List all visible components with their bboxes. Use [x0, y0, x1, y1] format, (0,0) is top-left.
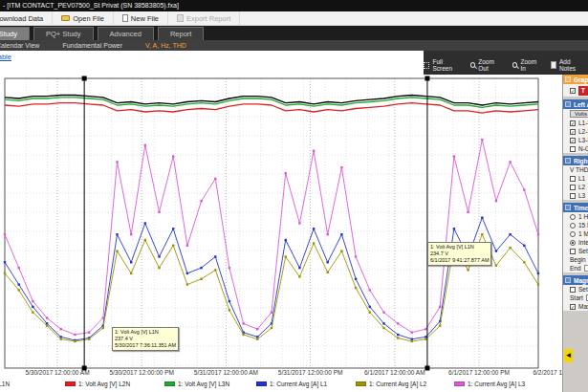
option-label: Set Scale — [578, 286, 588, 293]
sidebar-header-time[interactable]: Time — [563, 203, 588, 212]
sidebar-header-label: Graph — [574, 76, 588, 83]
cursor-annotation-line: 1: Volt Avg [V] L1N — [430, 244, 489, 250]
cursor-handle-2[interactable] — [425, 76, 429, 81]
cursor-annotation-line: 6/1/2017 9:41:27.877 AM — [430, 257, 489, 264]
legend-swatch — [256, 381, 267, 386]
cursor-annotation-line: 237.4 V — [115, 336, 176, 342]
tab-report[interactable]: Report — [158, 27, 205, 40]
checkbox[interactable]: ✓ — [570, 129, 576, 135]
series-1 — [5, 103, 538, 114]
full-screen-button[interactable]: Full Screen — [424, 58, 461, 72]
export-report-icon — [177, 14, 184, 22]
sidebar-option-l3-n[interactable]: ✓L3-N — [563, 136, 588, 144]
sidebar-option-set-scale[interactable]: Set Scale — [563, 285, 588, 294]
checkbox[interactable] — [570, 287, 576, 293]
sidebar-field-end: End — [563, 264, 588, 272]
cursor-annotation-line: 1: Volt Avg [V] L1N — [115, 329, 176, 336]
panel-icon — [565, 158, 571, 163]
radio-button[interactable] — [570, 223, 576, 229]
checkbox[interactable]: ✓ — [570, 120, 576, 126]
sidebar-option-1-hour[interactable]: 1 Hour — [563, 212, 588, 221]
checkbox[interactable]: ✓ — [570, 304, 576, 310]
panel-icon — [565, 277, 571, 283]
legend-swatch — [454, 381, 465, 386]
tab-pq-study[interactable]: PQ+ Study — [33, 27, 93, 40]
zoom-in-button[interactable]: Zoom In — [512, 58, 541, 72]
sidebar-option-set-time[interactable]: Set Time — [563, 247, 588, 255]
sidebar-option-l1[interactable]: L1 — [563, 174, 588, 183]
full-screen-label: Full Screen — [432, 58, 460, 72]
legend-item-5: 1: Current Avg [A] L3 — [454, 381, 525, 387]
cursor-handle-1[interactable] — [82, 76, 87, 81]
legend-label: 1: Volt Avg [V] L3N — [178, 381, 229, 387]
open-file-label: Open File — [73, 14, 104, 23]
open-file-button[interactable]: Open File — [53, 11, 114, 26]
sidebar-option-l1-n[interactable]: ✓L1-N — [563, 119, 588, 127]
sidebar-option-l2[interactable]: L2 — [563, 183, 588, 191]
add-notes-button[interactable]: Add Notes — [551, 58, 585, 72]
template-checkbox[interactable]: ✓ — [570, 88, 576, 94]
sidebar-option-n-g[interactable]: N-G — [563, 144, 588, 153]
panel-icon — [565, 205, 571, 210]
checkbox[interactable] — [570, 185, 576, 190]
submenu-fundamental-power[interactable]: Fundamental Power — [51, 42, 134, 49]
x-tick-label: 6/1/2017 12:00:00 PM — [436, 369, 522, 376]
checkbox[interactable] — [570, 249, 576, 254]
radio-button[interactable] — [570, 231, 576, 237]
legend-label: 1: Current Avg [A] L1 — [270, 381, 327, 387]
add-notes-icon — [551, 61, 556, 69]
sidebar-collapse-arrow[interactable]: ◄ — [564, 349, 573, 362]
zoom-out-icon — [470, 62, 476, 68]
checkbox[interactable] — [570, 146, 576, 152]
sidebar-option-1-minute[interactable]: 1 Minute — [563, 229, 588, 238]
download-data-button[interactable]: ▼ Download Data — [0, 11, 53, 26]
export-report-label: Export Report — [186, 14, 230, 23]
submenu-calendar-view[interactable]: Calendar View — [0, 42, 51, 49]
submenu-v-a-hz-thd[interactable]: V, A, Hz, THD — [134, 42, 198, 49]
sidebar-option-interval[interactable]: Interval — [563, 238, 588, 247]
chart-plot-area[interactable] — [0, 75, 562, 392]
cursor-annotation-2[interactable]: 1: Volt Avg [V] L1N234.7 V6/1/2017 9:41:… — [427, 242, 491, 266]
legend-swatch — [164, 381, 175, 386]
sidebar-header-label: Time — [574, 205, 588, 211]
panel-icon — [565, 76, 571, 82]
sidebar-header-graph[interactable]: Graph — [563, 75, 588, 84]
radio-button[interactable] — [570, 214, 576, 220]
zoom-out-button[interactable]: Zoom Out — [470, 58, 503, 72]
option-label: Max — [578, 303, 588, 310]
radio-button[interactable] — [570, 240, 576, 246]
view-switch-row: Table Full Screen Zoom Out Zoom In Add N… — [0, 51, 588, 75]
cursor-annotation-line: 5/30/2017 7:36:11.351 AM — [115, 342, 176, 349]
thd-button[interactable]: T — [578, 86, 588, 96]
option-label: N-G — [578, 145, 588, 152]
volts-button[interactable]: Volts — [570, 110, 588, 118]
cursor-annotation-line: 234.7 V — [430, 250, 489, 257]
sidebar-header-right-axis[interactable]: Right Axis — [563, 156, 588, 165]
legend-item-4: 1: Current Avg [A] L2 — [356, 381, 426, 387]
new-file-button[interactable]: New File — [114, 11, 168, 26]
sidebar-option-max[interactable]: ✓Max — [563, 302, 588, 311]
sidebar-option-l3[interactable]: L3 — [563, 191, 588, 200]
end-input[interactable] — [584, 265, 588, 272]
checkbox[interactable] — [570, 193, 576, 199]
sidebar-option-15-minutes[interactable]: 15 Minutes — [563, 221, 588, 229]
checkbox[interactable] — [570, 176, 576, 182]
x-axis-labels: 5/30/2017 12:00:00 AM5/30/2017 12:00:00 … — [0, 369, 562, 379]
sidebar-header-left-axis[interactable]: Left Axis — [563, 99, 588, 109]
sidebar-header-label: Magnitude — [574, 277, 588, 284]
table-view-link[interactable]: Table — [0, 53, 11, 61]
tab-energy-study[interactable]: Energy Study — [0, 27, 30, 40]
x-tick-label: 6/2/2017 12:00:00 AM — [520, 369, 562, 376]
x-tick-label: 5/31/2017 12:00:00 PM — [268, 369, 354, 376]
new-file-icon — [122, 14, 128, 22]
tab-advanced[interactable]: Advanced — [98, 27, 154, 40]
cursor-annotation-1[interactable]: 1: Volt Avg [V] L1N237.4 V5/30/2017 7:36… — [112, 327, 179, 351]
field-label: Start — [570, 294, 583, 301]
sidebar-header-label: Right Axis — [574, 158, 588, 164]
x-tick-label: 5/31/2017 12:00:00 AM — [183, 369, 269, 376]
sidebar-header-magnitude[interactable]: Magnitude — [563, 275, 588, 285]
checkbox[interactable]: ✓ — [570, 138, 576, 143]
window-titlebar: - [ITM CONTACT_PEV07500_St Privat (SN 38… — [0, 0, 588, 11]
trend-chart[interactable]: 5/30/2017 12:00:00 AM5/30/2017 12:00:00 … — [0, 75, 562, 392]
sidebar-option-l2-n[interactable]: ✓L2-N — [563, 127, 588, 136]
